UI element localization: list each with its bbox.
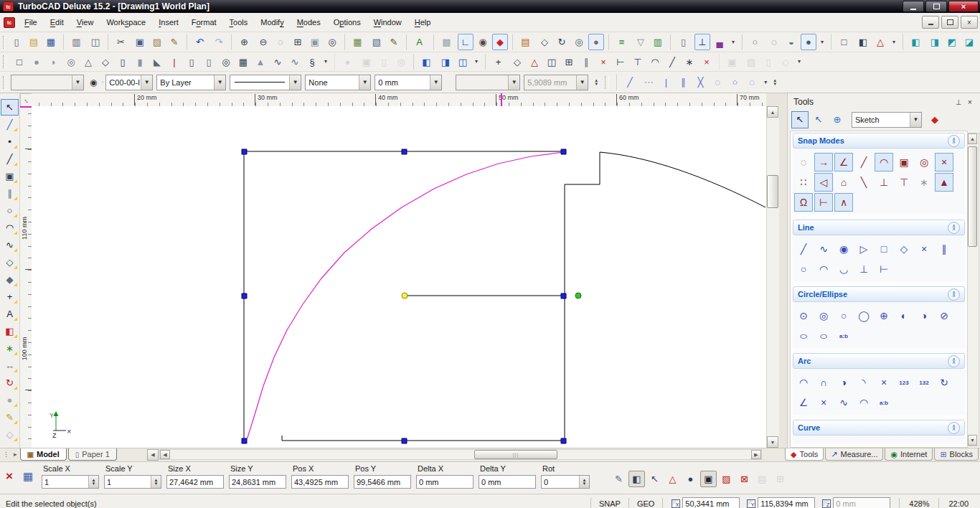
selector-flyout-selector[interactable]: ▾ (761, 74, 770, 90)
toolbar-shell-grey[interactable]: ▯ (760, 54, 776, 70)
pin-icon[interactable]: ⊥ (953, 97, 964, 108)
selector-edit-segment[interactable]: ⋯ (641, 74, 656, 90)
toolbar-explode[interactable]: ∗ (682, 54, 697, 70)
tool-box-3d[interactable]: ◇ (1, 254, 19, 271)
toolbar-facet-warning[interactable]: △ (527, 54, 542, 70)
toolbar-ucs-display[interactable]: ∟ (458, 34, 473, 50)
toolbar-render-wireframe[interactable]: ○ (742, 34, 765, 50)
toolbar-grip[interactable] (3, 36, 4, 49)
field-input[interactable]: 24,8631 mm ▲▼ (229, 475, 286, 489)
toolbar-box[interactable]: □ (11, 54, 27, 70)
coordinate-input[interactable]: 0 mm (833, 497, 890, 508)
toolbar-workspace-mode[interactable]: ▧ (369, 34, 385, 50)
toolbar-page-setup[interactable]: ▯ (670, 34, 693, 50)
tool-line[interactable]: ╱ (1, 151, 19, 167)
menu-view[interactable]: View (70, 15, 100, 29)
toolbar-chamfer[interactable]: ╱ (664, 54, 680, 70)
toolbar-flyout-6[interactable]: ▾ (472, 54, 481, 70)
inspector-inspector-pen[interactable]: ✎ (611, 471, 627, 487)
toolbar-mirror-copy[interactable]: ◫ (544, 54, 560, 70)
toolbar-flyout-3[interactable]: ▾ (890, 34, 898, 50)
toolbar-prism[interactable]: ◇ (98, 54, 113, 70)
field-input[interactable]: 27,4642 mm ▲▼ (166, 475, 224, 489)
selector-edit-line[interactable]: ╱ (616, 74, 639, 90)
tool-hatch[interactable]: ∥ (1, 185, 19, 202)
cancel-icon[interactable]: × (6, 470, 13, 482)
ptool-circle-concentric[interactable]: ◎ (814, 306, 833, 325)
ptool-snap-star[interactable]: ∗ (915, 173, 933, 192)
ptool-snap-face[interactable]: ⌂ (834, 173, 853, 192)
collapse-chevron-icon[interactable]: ∧∧ (948, 222, 960, 234)
ptool-snap-nearest[interactable]: ╱ (854, 153, 873, 171)
toolbar-helix[interactable]: § (304, 54, 320, 70)
selector-edit-circle[interactable]: ○ (727, 74, 743, 90)
tool-curve[interactable]: ∿ (1, 237, 19, 253)
tool-arc[interactable]: ◠ (1, 220, 19, 236)
toolbar-slice-grey[interactable]: ◇ (778, 54, 793, 70)
ptool-line-polygon[interactable]: ◉ (834, 240, 853, 258)
layer-combo[interactable]: By Layer▼ (156, 75, 226, 90)
tool-edit-node[interactable]: ╱ (1, 116, 19, 133)
tool-solid-3d[interactable]: ◆ (1, 271, 19, 288)
toolbar-cone[interactable]: △ (80, 54, 96, 70)
toolbar-snap-aperture[interactable]: ◉ (475, 34, 491, 50)
toolbar-new[interactable]: ▯ (9, 34, 24, 50)
toolbar-facet-grey-1[interactable]: ● (334, 54, 357, 70)
menu-edit[interactable]: Edit (44, 15, 70, 29)
toolbar-orbit-3d[interactable]: ↻ (554, 34, 570, 50)
toolbar-hatch-3d[interactable]: ∥ (578, 54, 594, 70)
vertical-ruler[interactable]: 110 mm100 mm90 mm (20, 106, 32, 448)
toolbar-drum[interactable]: ▯ (184, 54, 199, 70)
ptool-circle-tan-to-line[interactable]: ⊕ (875, 306, 893, 325)
toolbar-print[interactable]: ▥ (63, 34, 86, 50)
toolbar-redo[interactable]: ↷ (211, 34, 227, 50)
inspector-delete-selection[interactable]: ⊠ (736, 471, 753, 487)
toolbar-facet-grey-4[interactable]: ◎ (393, 54, 409, 70)
toolbar-view-left[interactable]: ◪ (961, 34, 977, 50)
ptool-snap-vertex[interactable]: ∠ (834, 153, 853, 171)
canvas-vertical-scrollbar[interactable]: ▲ ▼ (766, 106, 779, 448)
ptool-snap-ortho[interactable]: ⊢ (814, 193, 833, 212)
toolbar-torus[interactable]: ◎ (63, 54, 79, 70)
toolbar-delete-face[interactable]: × (595, 54, 611, 70)
scroll-left-icon[interactable]: ◀ (160, 450, 170, 459)
ptool-arc-1-3-2[interactable]: 132 (915, 373, 933, 392)
geo-toggle[interactable]: GEO (634, 499, 657, 508)
toolbar-paint-bucket[interactable]: ◆ (492, 34, 508, 50)
ptool-arc-quarter[interactable]: ◝ (854, 373, 873, 392)
vertical-scroll-thumb[interactable] (767, 175, 778, 208)
field-input[interactable]: 99,5466 mm ▲▼ (354, 475, 411, 489)
inspector-transform-grey[interactable]: ⊞ (772, 471, 788, 487)
inspector-bounds-box-mode[interactable]: ▣ (700, 471, 717, 487)
rotation-handle[interactable] (575, 293, 581, 298)
ptool-snap-grid[interactable]: → (814, 153, 833, 171)
layer-visibility-eye-icon[interactable]: ◉ (90, 77, 97, 88)
toolbar-select-cone[interactable]: △ (872, 34, 888, 50)
restore-button[interactable] (925, 1, 947, 12)
ptool-arc-center-radius[interactable]: ◠ (794, 373, 813, 392)
ptool-arc-concentric[interactable]: ∩ (814, 373, 833, 392)
ptool-arc-rotated[interactable]: ◑ (834, 373, 853, 392)
tool-surface[interactable]: ● (1, 392, 19, 408)
toolbar-patch[interactable]: ▲ (253, 54, 268, 70)
ptool-rotated-ellipse[interactable]: ○ (810, 326, 837, 345)
toolbar-assemble-rotate[interactable]: ◇ (509, 54, 525, 70)
mdi-restore-button[interactable] (941, 16, 958, 29)
toolbar-boolean-subtract[interactable]: ◨ (438, 54, 453, 70)
toolbar-grip[interactable] (3, 55, 7, 68)
menu-tools[interactable]: Tools (223, 15, 255, 29)
field-input[interactable]: 1 ▲▼ (42, 475, 99, 489)
toolbar-copy[interactable]: ▣ (132, 34, 148, 50)
tool-rectangle[interactable]: ▣ (1, 168, 19, 184)
ptool-snap-perp-far[interactable]: ⊤ (895, 173, 913, 192)
ptool-circle-tan-to-2[interactable]: ◐ (895, 306, 913, 325)
canvas-horizontal-scrollbar[interactable]: ◀ ||| ▶ (159, 449, 762, 460)
ptool-circle-triple-point[interactable]: ◯ (854, 306, 873, 325)
coordinate-input[interactable]: 115,8394 mm (758, 497, 815, 508)
toolbar-facet-grey-3[interactable]: ▯ (376, 54, 392, 70)
drawing-canvas[interactable]: Y Z × (32, 106, 766, 448)
toolbar-delete-edge[interactable]: × (699, 54, 715, 70)
node-select-button[interactable]: ↖ (810, 111, 827, 128)
drawing-black-curve[interactable] (600, 152, 765, 207)
tool-measure[interactable]: ✎ (1, 409, 19, 425)
